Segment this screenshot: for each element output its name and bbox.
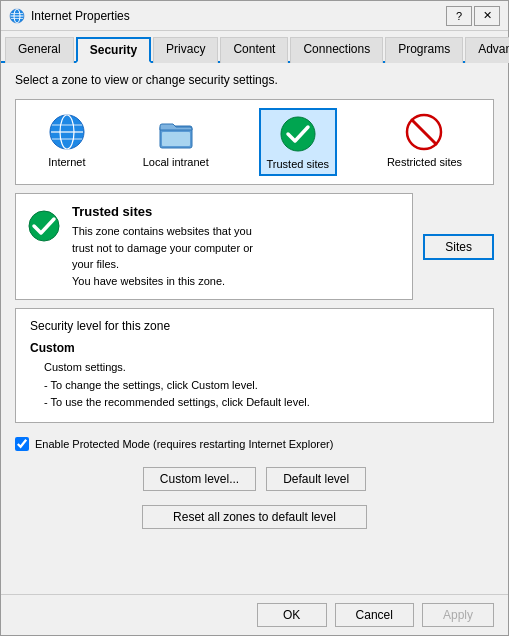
- zone-trusted-sites-label: Trusted sites: [267, 158, 330, 170]
- protected-mode-checkbox[interactable]: [15, 437, 29, 451]
- tab-general[interactable]: General: [5, 37, 74, 63]
- zone-internet[interactable]: Internet: [41, 108, 93, 176]
- title-bar-controls: ? ✕: [446, 6, 500, 26]
- security-custom-desc: Custom settings. - To change the setting…: [30, 359, 479, 412]
- sites-button-container: Sites: [423, 193, 494, 300]
- zone-section-label: Select a zone to view or change security…: [15, 73, 494, 87]
- security-level-box: Security level for this zone Custom Cust…: [15, 308, 494, 423]
- tab-security[interactable]: Security: [76, 37, 151, 63]
- ok-button[interactable]: OK: [257, 603, 327, 627]
- protected-mode-label: Enable Protected Mode (requires restarti…: [35, 438, 333, 450]
- tab-content[interactable]: Content: [220, 37, 288, 63]
- zone-local-intranet-label: Local intranet: [143, 156, 209, 168]
- tab-bar: General Security Privacy Content Connect…: [1, 31, 508, 63]
- zone-info-desc: This zone contains websites that you tru…: [72, 223, 253, 289]
- restrict-icon: [404, 112, 444, 152]
- zone-check-symbol: [26, 208, 62, 249]
- reset-zones-button[interactable]: Reset all zones to default level: [142, 505, 367, 529]
- title-bar-left: Internet Properties: [9, 8, 130, 24]
- close-button[interactable]: ✕: [474, 6, 500, 26]
- tab-programs[interactable]: Programs: [385, 37, 463, 63]
- svg-point-12: [281, 117, 315, 151]
- content-area: Select a zone to view or change security…: [1, 63, 508, 594]
- zone-internet-label: Internet: [48, 156, 85, 168]
- reset-button-row: Reset all zones to default level: [15, 505, 494, 529]
- default-level-button[interactable]: Default level: [266, 467, 366, 491]
- zone-info-row: Trusted sites This zone contains website…: [15, 193, 494, 300]
- zone-info-text: Trusted sites This zone contains website…: [72, 204, 253, 289]
- zones-container: Internet Local intranet: [15, 99, 494, 185]
- custom-level-button[interactable]: Custom level...: [143, 467, 256, 491]
- window-title: Internet Properties: [31, 9, 130, 23]
- sites-button[interactable]: Sites: [423, 234, 494, 260]
- globe-icon: [47, 112, 87, 152]
- zone-info-name: Trusted sites: [72, 204, 253, 219]
- tab-advanced[interactable]: Advanced: [465, 37, 509, 63]
- zone-restricted-sites[interactable]: Restricted sites: [381, 108, 468, 176]
- tab-privacy[interactable]: Privacy: [153, 37, 218, 63]
- tab-connections[interactable]: Connections: [290, 37, 383, 63]
- level-buttons-row: Custom level... Default level: [15, 467, 494, 491]
- protected-mode-row: Enable Protected Mode (requires restarti…: [15, 437, 494, 451]
- zone-restricted-sites-label: Restricted sites: [387, 156, 462, 168]
- cancel-button[interactable]: Cancel: [335, 603, 414, 627]
- zone-trusted-sites[interactable]: Trusted sites: [259, 108, 338, 176]
- help-button[interactable]: ?: [446, 6, 472, 26]
- internet-properties-window: Internet Properties ? ✕ General Security…: [0, 0, 509, 636]
- zone-local-intranet[interactable]: Local intranet: [137, 108, 215, 176]
- folder-icon: [156, 112, 196, 152]
- title-bar: Internet Properties ? ✕: [1, 1, 508, 31]
- security-custom-label: Custom: [30, 341, 479, 355]
- check-icon: [278, 114, 318, 154]
- ie-icon: [9, 8, 25, 24]
- apply-button[interactable]: Apply: [422, 603, 494, 627]
- footer: OK Cancel Apply: [1, 594, 508, 635]
- zone-info-box: Trusted sites This zone contains website…: [15, 193, 413, 300]
- svg-rect-11: [162, 132, 190, 146]
- security-level-title: Security level for this zone: [30, 319, 479, 333]
